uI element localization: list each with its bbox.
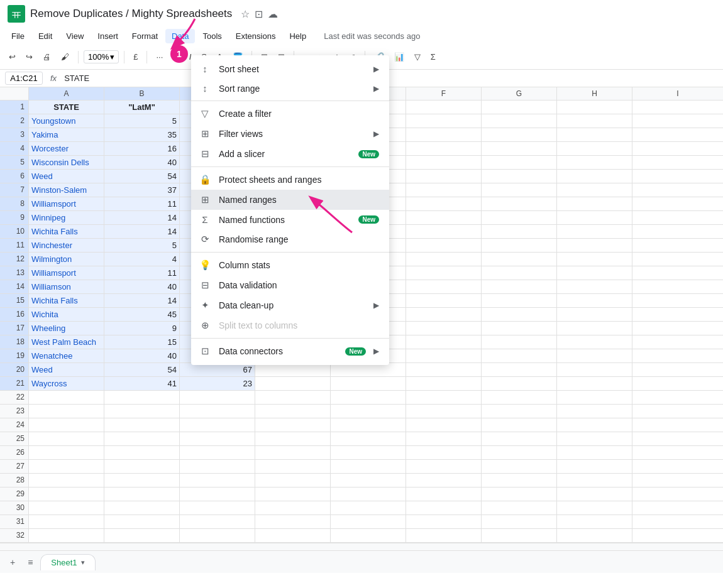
cell-g[interactable] bbox=[482, 280, 557, 293]
cell-g[interactable] bbox=[482, 294, 557, 307]
cell-a[interactable]: Wisconsin Dells bbox=[29, 156, 104, 169]
cell-a[interactable]: Wichita Falls bbox=[29, 294, 104, 307]
cell-h[interactable] bbox=[557, 501, 632, 514]
sheet-tab-sheet1[interactable]: Sheet1 ▾ bbox=[40, 554, 95, 570]
cell-a[interactable]: Williamsport bbox=[29, 197, 104, 210]
cell-g[interactable] bbox=[482, 474, 557, 487]
cell-i[interactable] bbox=[632, 432, 723, 445]
cell-d[interactable] bbox=[255, 487, 331, 501]
cell-a[interactable]: Wheeling bbox=[29, 322, 104, 335]
cell-i[interactable] bbox=[632, 142, 723, 155]
cell-i[interactable] bbox=[632, 170, 723, 183]
add-sheet-button[interactable]: + bbox=[5, 555, 20, 570]
cell-a[interactable] bbox=[29, 405, 104, 418]
cell-g[interactable] bbox=[482, 391, 557, 404]
zoom-control[interactable]: 100% ▾ bbox=[84, 50, 119, 63]
cell-b[interactable]: 11 bbox=[104, 197, 180, 210]
menu-data[interactable]: Data bbox=[165, 29, 195, 43]
cell-a[interactable]: Wilmington bbox=[29, 253, 104, 266]
cell-a[interactable] bbox=[29, 391, 104, 404]
cell-h[interactable] bbox=[557, 460, 632, 473]
cell-e[interactable] bbox=[331, 529, 406, 542]
cell-a[interactable]: STATE bbox=[29, 101, 104, 114]
cell-g[interactable] bbox=[482, 418, 557, 432]
cell-g[interactable] bbox=[482, 363, 557, 376]
print-button[interactable]: 🖨 bbox=[39, 50, 55, 64]
cell-g[interactable] bbox=[482, 114, 557, 128]
cell-b[interactable]: 41 bbox=[104, 377, 180, 390]
cell-d[interactable] bbox=[255, 446, 331, 459]
cell-c[interactable] bbox=[180, 515, 255, 528]
cell-i[interactable] bbox=[632, 183, 723, 197]
cell-f[interactable] bbox=[406, 446, 482, 459]
cell-a[interactable]: Worcester bbox=[29, 142, 104, 155]
cell-h[interactable] bbox=[557, 170, 632, 183]
cell-b[interactable] bbox=[104, 446, 180, 459]
cell-g[interactable] bbox=[482, 322, 557, 335]
chart-button[interactable]: 📊 bbox=[390, 50, 408, 64]
cell-b[interactable] bbox=[104, 418, 180, 432]
menu-extensions[interactable]: Extensions bbox=[229, 29, 282, 43]
cell-a[interactable]: Winnipeg bbox=[29, 211, 104, 224]
menu-tools[interactable]: Tools bbox=[196, 29, 228, 43]
cell-g[interactable] bbox=[482, 529, 557, 542]
cell-f[interactable] bbox=[406, 156, 482, 169]
cell-h[interactable] bbox=[557, 432, 632, 445]
cell-h[interactable] bbox=[557, 225, 632, 238]
cell-h[interactable] bbox=[557, 183, 632, 197]
cell-h[interactable] bbox=[557, 253, 632, 266]
menu-item-filter-views[interactable]: ⊞Filter views▶ bbox=[191, 124, 389, 144]
redo-button[interactable]: ↪ bbox=[22, 50, 36, 64]
cell-reference-input[interactable] bbox=[5, 72, 43, 85]
cell-i[interactable] bbox=[632, 487, 723, 501]
menu-item-add-slicer[interactable]: ⊟Add a slicerNew bbox=[191, 144, 389, 164]
cell-g[interactable] bbox=[482, 225, 557, 238]
cell-h[interactable] bbox=[557, 114, 632, 128]
cell-b[interactable] bbox=[104, 460, 180, 473]
cell-e[interactable] bbox=[331, 391, 406, 404]
cell-c[interactable] bbox=[180, 474, 255, 487]
cell-b[interactable]: 40 bbox=[104, 280, 180, 293]
cell-a[interactable] bbox=[29, 515, 104, 528]
cell-h[interactable] bbox=[557, 294, 632, 307]
cell-b[interactable]: "LatM" bbox=[104, 101, 180, 114]
cell-h[interactable] bbox=[557, 405, 632, 418]
cell-g[interactable] bbox=[482, 253, 557, 266]
col-header-g[interactable]: G bbox=[482, 87, 557, 100]
cell-g[interactable] bbox=[482, 142, 557, 155]
cell-h[interactable] bbox=[557, 349, 632, 362]
cell-b[interactable]: 16 bbox=[104, 142, 180, 155]
cell-c[interactable] bbox=[180, 446, 255, 459]
cell-a[interactable] bbox=[29, 474, 104, 487]
cell-f[interactable] bbox=[406, 322, 482, 335]
cell-c[interactable] bbox=[180, 487, 255, 501]
cell-c[interactable] bbox=[180, 432, 255, 445]
cell-c[interactable] bbox=[180, 418, 255, 432]
cell-i[interactable] bbox=[632, 211, 723, 224]
cell-g[interactable] bbox=[482, 405, 557, 418]
cell-d[interactable] bbox=[255, 515, 331, 528]
cell-h[interactable] bbox=[557, 529, 632, 542]
cell-f[interactable] bbox=[406, 280, 482, 293]
cell-i[interactable] bbox=[632, 405, 723, 418]
cell-i[interactable] bbox=[632, 322, 723, 335]
cell-f[interactable] bbox=[406, 294, 482, 307]
cell-i[interactable] bbox=[632, 391, 723, 404]
cell-b[interactable] bbox=[104, 515, 180, 528]
col-header-i[interactable]: I bbox=[632, 87, 723, 100]
cell-f[interactable] bbox=[406, 211, 482, 224]
cell-a[interactable] bbox=[29, 501, 104, 514]
cell-g[interactable] bbox=[482, 460, 557, 473]
cell-b[interactable]: 14 bbox=[104, 211, 180, 224]
cell-e[interactable] bbox=[331, 487, 406, 501]
menu-item-data-cleanup[interactable]: ✦Data clean-up▶ bbox=[191, 295, 389, 315]
cell-h[interactable] bbox=[557, 211, 632, 224]
col-header-h[interactable]: H bbox=[557, 87, 632, 100]
cell-b[interactable]: 9 bbox=[104, 322, 180, 335]
cell-f[interactable] bbox=[406, 391, 482, 404]
cell-a[interactable] bbox=[29, 446, 104, 459]
undo-button[interactable]: ↩ bbox=[5, 50, 19, 64]
cell-h[interactable] bbox=[557, 487, 632, 501]
menu-item-named-ranges[interactable]: ⊞Named ranges bbox=[191, 190, 389, 210]
cell-i[interactable] bbox=[632, 363, 723, 376]
